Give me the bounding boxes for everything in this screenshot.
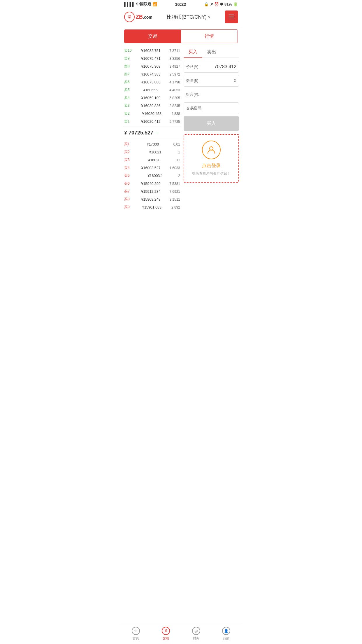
buy-order-label: 买7 [124,189,132,194]
sell-order-row: 卖3 ¥16039.836 2.8245 [123,102,181,110]
current-price-value: ¥ 70725.527 [124,130,153,136]
login-title: 点击登录 [188,163,235,169]
logo: ② ZB.com [124,12,152,22]
buy-order-label: 买8 [124,197,132,202]
sell-order-price: ¥16073.888 [141,80,161,84]
wifi-icon: 📶 [152,2,157,6]
sell-order-price: ¥16020.458 [142,112,161,116]
total-label: 折合(¥): [186,92,199,97]
sell-order-price: ¥16065.9 [143,88,159,92]
sell-order-amount: 2.5972 [169,72,180,76]
trade-panel: 买入 卖出 价格(¥): 70783.412 数量(₿): 0 折合(¥): 交… [184,47,239,211]
battery-icon: 🔋 [233,2,238,6]
buy-order-row: 买4 ¥16003.527 1.6033 [123,164,181,172]
buy-order-row: 买9 ¥15901.083 2.892 [123,203,181,211]
sell-order-label: 卖6 [124,80,132,85]
sell-order-amount: 4.838 [171,112,180,116]
sell-order-label: 卖8 [124,64,132,69]
buy-order-row: 买7 ¥15912.284 7.6921 [123,188,181,195]
amount-label: 数量(₿): [186,78,199,83]
login-avatar-icon [202,141,221,159]
tab-trade[interactable]: 交易 [124,30,181,43]
buy-order-label: 买3 [124,158,132,162]
sell-order-row: 卖6 ¥16073.888 4.1798 [123,78,181,86]
login-prompt[interactable]: 点击登录 登录查看您的资产信息！ [184,134,239,183]
market-pair-selector[interactable]: 比特币(BTC/CNY) ∨ [167,14,211,20]
buy-order-label: 买2 [124,150,132,155]
main-content: 卖10 ¥16082.751 7.3711 卖9 ¥16075.471 3.32… [121,47,241,211]
market-pair-label: 比特币(BTC/CNY) [167,14,207,20]
status-right: 🔒 ↗ ⏰ ✱ 81% 🔋 [204,2,238,6]
buy-order-amount: 2.892 [171,205,180,209]
price-field[interactable]: 价格(¥): 70783.412 [184,61,239,73]
sell-order-price: ¥16059.109 [141,96,161,100]
sell-order-label: 卖10 [124,48,132,53]
sell-order-label: 卖2 [124,111,132,116]
password-field[interactable]: 交易密码: [184,102,239,114]
buy-sell-tabs: 买入 卖出 [184,47,239,58]
buy-order-amount: 2 [178,174,180,178]
price-value: 70783.412 [201,64,237,69]
sell-order-label: 卖9 [124,56,132,61]
sell-order-row: 卖7 ¥16074.383 2.5972 [123,70,181,78]
sell-order-amount: 2.8245 [169,104,180,108]
buy-orders: 买1 ¥17000 0.01 买2 ¥16021 1 买3 ¥16020 11 … [123,140,181,211]
price-direction-icon: − [156,130,158,136]
sell-order-label: 卖4 [124,95,132,100]
sell-orders: 卖10 ¥16082.751 7.3711 卖9 ¥16075.471 3.32… [123,47,181,125]
buy-order-price: ¥17000 [147,142,159,146]
buy-order-amount: 7.6921 [169,190,180,194]
buy-order-price: ¥15940.299 [141,182,161,186]
logo-circle: ② [124,12,135,22]
password-label: 交易密码: [186,106,203,111]
buy-order-price: ¥16020 [148,158,160,162]
menu-button[interactable] [225,10,238,23]
carrier-name: 中国联通 [136,1,151,7]
sell-tab[interactable]: 卖出 [202,47,221,57]
buy-order-amount: 11 [176,158,180,162]
status-time: 16:22 [175,2,186,7]
sell-order-row: 卖4 ¥16059.109 6.8205 [123,94,181,102]
battery-percent: 81% [224,2,232,6]
buy-tab[interactable]: 买入 [184,47,202,58]
menu-line-1 [229,15,234,15]
buy-order-price: ¥15909.248 [141,197,161,202]
buy-order-label: 买6 [124,181,132,186]
sell-order-amount: 7.3711 [169,49,180,53]
lock-icon: 🔒 [204,2,209,6]
buy-order-amount: 3.1511 [169,197,180,202]
sell-order-amount: 3.3256 [169,57,180,61]
status-left: ▌▌▌▌ 中国联通 📶 [124,1,157,7]
buy-order-amount: 7.5381 [169,182,180,186]
buy-order-row: 买8 ¥15909.248 3.1511 [123,195,181,203]
app-header: ② ZB.com 比特币(BTC/CNY) ∨ [121,8,241,26]
price-label: 价格(¥): [186,64,200,69]
buy-order-amount: 0.01 [173,142,180,146]
sell-order-label: 卖7 [124,72,132,77]
sell-order-row: 卖5 ¥16065.9 4.4053 [123,86,181,94]
sell-order-price: ¥16039.836 [141,104,161,108]
current-price-row: ¥ 70725.527 − [123,127,181,139]
buy-order-price: ¥15901.083 [142,205,161,209]
sell-order-amount: 4.4053 [169,88,180,92]
signal-icon: ▌▌▌▌ [124,2,135,6]
sell-order-row: 卖1 ¥16020.412 5.7725 [123,118,181,125]
menu-line-3 [229,19,234,19]
sell-order-row: 卖8 ¥16075.303 3.4927 [123,62,181,70]
bluetooth-icon: ✱ [220,2,223,6]
sell-order-label: 卖1 [124,119,132,124]
sell-order-row: 卖2 ¥16020.458 4.838 [123,110,181,118]
sell-order-label: 卖3 [124,103,132,108]
buy-order-amount: 1 [178,150,180,154]
tab-market[interactable]: 行情 [181,30,238,43]
amount-value: 0 [201,78,236,83]
buy-order-price: ¥15912.284 [141,190,161,194]
menu-line-2 [229,17,234,17]
sell-order-amount: 6.8205 [169,96,180,100]
main-tab-bar: 交易 行情 [124,29,238,43]
buy-order-amount: 1.6033 [169,166,180,170]
buy-button[interactable]: 买入 [184,116,239,131]
alarm-icon: ⏰ [214,2,219,6]
logo-icon: ② [128,15,131,19]
amount-field[interactable]: 数量(₿): 0 [184,75,239,87]
